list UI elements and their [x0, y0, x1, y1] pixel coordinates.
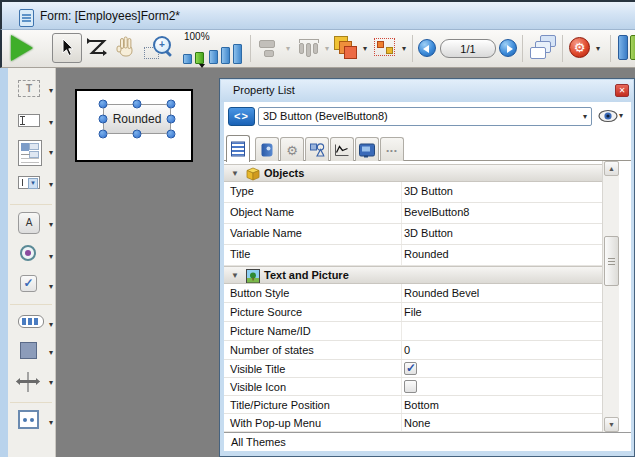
selection-handle-e[interactable]: [167, 115, 176, 124]
button-grid-tool-caret[interactable]: ▾: [49, 321, 53, 329]
previous-page-button[interactable]: [418, 39, 436, 57]
tab-display[interactable]: [355, 137, 379, 161]
tab-more[interactable]: •••: [380, 137, 404, 161]
tab-action[interactable]: ⚙: [280, 137, 304, 161]
radio-button-tool[interactable]: ▾: [12, 244, 56, 270]
form-document-icon: [19, 9, 34, 27]
zoom-bar-current[interactable]: [195, 52, 204, 64]
property-row-number-of-states[interactable]: Number of states 0: [224, 341, 602, 360]
run-form-button[interactable]: [11, 35, 33, 61]
splitter-tool-caret[interactable]: ▾: [49, 379, 53, 387]
tab-all-properties[interactable]: [226, 135, 250, 162]
selection-handle-n[interactable]: [133, 100, 142, 109]
checkbox-tool-caret[interactable]: ▾: [49, 283, 53, 291]
scrollbar-thumb[interactable]: [604, 236, 619, 286]
plugin-area-tool-caret[interactable]: ▾: [49, 419, 53, 427]
property-row-title[interactable]: Title Rounded: [224, 245, 602, 266]
selection-handle-ne[interactable]: [167, 100, 176, 109]
view-options-caret[interactable]: ▾: [619, 112, 623, 120]
plugin-area-tool[interactable]: ▾: [12, 410, 56, 436]
scroll-up-button[interactable]: ▲: [604, 161, 619, 176]
level-dropdown-caret[interactable]: ▾: [363, 45, 367, 53]
input-field-tool[interactable]: ▾: [12, 110, 56, 136]
property-row-picture-name[interactable]: Picture Name/ID: [224, 322, 602, 341]
selection-handle-s[interactable]: [133, 130, 142, 139]
scroll-down-button[interactable]: ▼: [604, 417, 619, 432]
entry-order-tool-button[interactable]: [86, 36, 110, 64]
tab-objects[interactable]: [255, 137, 279, 161]
object-prev-next-buttons[interactable]: <>: [228, 107, 255, 126]
property-row-object-name[interactable]: Object Name BevelButton8: [224, 203, 602, 224]
close-button[interactable]: ✕: [615, 84, 629, 97]
next-page-button[interactable]: [499, 39, 517, 57]
property-value[interactable]: None: [404, 417, 430, 429]
radio-button-tool-caret[interactable]: ▾: [49, 253, 53, 261]
group-dropdown-caret[interactable]: ▾: [402, 45, 406, 53]
collapse-triangle-icon[interactable]: ▼: [231, 271, 239, 280]
section-header-objects[interactable]: ▼ Objects: [224, 164, 602, 182]
settings-dropdown-caret[interactable]: ▾: [596, 45, 600, 53]
collapse-triangle-icon[interactable]: ▼: [231, 169, 239, 178]
property-row-button-style[interactable]: Button Style Rounded Bevel: [224, 284, 602, 303]
theme-filter-bar[interactable]: All Themes: [224, 432, 631, 451]
property-row-picture-source[interactable]: Picture Source File: [224, 303, 602, 322]
property-row-variable-name[interactable]: Variable Name 3D Button: [224, 224, 602, 245]
property-value[interactable]: 3D Button: [404, 185, 453, 197]
settings-button[interactable]: ⚙: [569, 37, 590, 58]
combo-box-tool[interactable]: ▼ ▾: [12, 172, 56, 198]
selection-handle-sw[interactable]: [99, 130, 108, 139]
property-value[interactable]: Bottom: [404, 399, 439, 411]
group-tool-button[interactable]: [374, 36, 398, 60]
object-level-button[interactable]: [333, 35, 361, 63]
zoom-scale-control[interactable]: 100%: [182, 31, 246, 67]
visible-title-checkbox[interactable]: [404, 362, 417, 375]
input-tool-caret[interactable]: ▾: [49, 119, 53, 127]
property-value[interactable]: 3D Button: [404, 227, 453, 239]
rectangle-tool-caret[interactable]: ▾: [49, 349, 53, 357]
property-list-titlebar[interactable]: Property List ✕: [221, 80, 633, 102]
property-row-visible-title[interactable]: Visible Title: [224, 360, 602, 378]
property-row-title-picture-position[interactable]: Title/Picture Position Bottom: [224, 396, 602, 414]
zoom-tool-button[interactable]: +: [144, 36, 176, 62]
zoom-bar-1[interactable]: [183, 54, 192, 64]
selection-handle-nw[interactable]: [99, 100, 108, 109]
zoom-bar-5[interactable]: [233, 44, 242, 64]
property-list-scrollbar[interactable]: ▲ ▼: [602, 161, 619, 432]
property-value[interactable]: Rounded: [404, 248, 449, 260]
tab-appearance[interactable]: [305, 137, 329, 161]
button-grid-tool[interactable]: ▾: [12, 312, 56, 338]
display-pages-button[interactable]: [529, 34, 559, 63]
splitter-tool[interactable]: ▾: [12, 370, 56, 396]
selection-tool-button[interactable]: [52, 33, 82, 63]
list-box-tool-caret[interactable]: ▾: [49, 149, 53, 157]
object-library-button[interactable]: [618, 35, 635, 61]
hand-tool-button[interactable]: [114, 35, 138, 65]
list-box-tool[interactable]: ▾: [12, 138, 56, 168]
property-value[interactable]: BevelButton8: [404, 206, 469, 218]
button-tool-caret[interactable]: ▾: [49, 221, 53, 229]
section-header-text-and-picture[interactable]: ▼ Text and Picture: [224, 266, 602, 284]
window-titlebar[interactable]: Form: [Employees]Form2*: [0, 0, 635, 30]
page-indicator[interactable]: 1/1: [440, 39, 496, 58]
button-tool-icon: A: [18, 212, 40, 234]
view-options-button[interactable]: [598, 109, 618, 123]
property-row-type[interactable]: Type 3D Button: [224, 182, 602, 203]
property-row-visible-icon[interactable]: Visible Icon: [224, 378, 602, 396]
zoom-bar-4[interactable]: [221, 47, 230, 64]
checkbox-tool[interactable]: ✓ ▾: [12, 274, 56, 300]
property-value[interactable]: Rounded Bevel: [404, 287, 479, 299]
zoom-bar-3[interactable]: [209, 50, 218, 64]
rectangle-tool[interactable]: ▾: [12, 340, 56, 366]
property-value[interactable]: 0: [404, 344, 410, 356]
text-tool-caret[interactable]: ▾: [49, 87, 53, 95]
selection-handle-w[interactable]: [99, 115, 108, 124]
static-text-tool[interactable]: T ▾: [12, 78, 56, 104]
selection-handle-se[interactable]: [167, 130, 176, 139]
tab-events[interactable]: [330, 137, 354, 161]
button-tool[interactable]: A ▾: [12, 212, 56, 238]
object-selector-dropdown[interactable]: 3D Button (BevelButton8) ▾: [258, 107, 592, 126]
property-value[interactable]: File: [404, 306, 422, 318]
visible-icon-checkbox[interactable]: [404, 380, 417, 393]
combo-box-tool-caret[interactable]: ▾: [49, 181, 53, 189]
property-row-with-popup-menu[interactable]: With Pop-up Menu None: [224, 414, 602, 432]
